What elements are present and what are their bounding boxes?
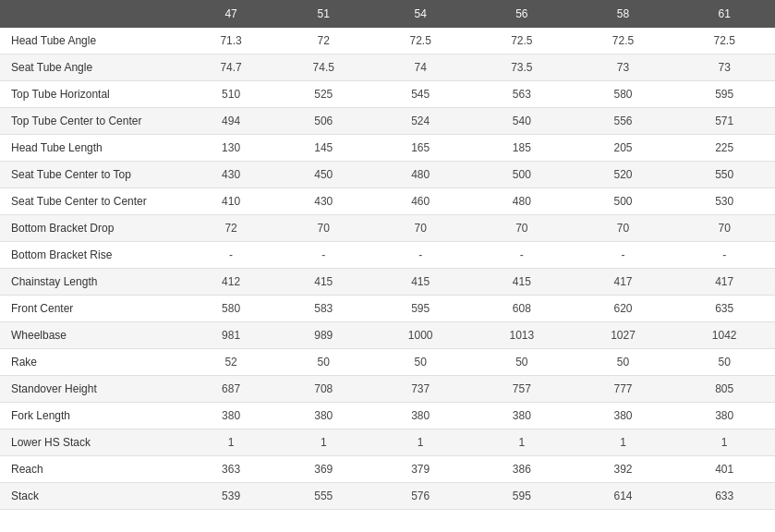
row-cell: 415: [277, 269, 369, 296]
row-cell: 363: [185, 456, 277, 483]
row-cell: 205: [573, 135, 674, 162]
row-cell: 530: [673, 188, 775, 215]
row-label: Bottom Bracket Drop: [0, 215, 185, 242]
row-cell: 386: [471, 456, 573, 483]
row-cell: 595: [369, 296, 471, 322]
row-cell: 225: [673, 135, 775, 162]
row-cell: 1: [277, 429, 369, 456]
row-cell: 130: [185, 135, 277, 162]
row-cell: 50: [673, 349, 775, 376]
table-row: Bottom Bracket Rise------: [0, 242, 775, 269]
row-cell: 72.5: [673, 28, 775, 54]
row-cell: 72: [277, 28, 369, 54]
row-label: Chainstay Length: [0, 269, 185, 296]
row-cell: 165: [369, 135, 471, 162]
row-cell: 50: [471, 349, 573, 376]
row-cell: 380: [573, 403, 674, 429]
row-cell: 380: [673, 403, 775, 429]
table-row: Top Tube Center to Center494506524540556…: [0, 108, 775, 135]
row-cell: 1: [369, 429, 471, 456]
row-cell: 73: [673, 54, 775, 81]
row-cell: 1: [673, 429, 775, 456]
table-row: Wheelbase9819891000101310271042: [0, 322, 775, 349]
row-cell: 737: [369, 376, 471, 403]
row-label: Stack: [0, 483, 185, 510]
row-cell: 71.3: [185, 28, 277, 54]
row-cell: 401: [673, 456, 775, 483]
row-cell: 563: [471, 81, 573, 108]
row-cell: 540: [471, 108, 573, 135]
table-row: Rake525050505050: [0, 349, 775, 376]
row-cell: 430: [185, 162, 277, 188]
row-cell: -: [369, 242, 471, 269]
row-cell: 72.5: [471, 28, 573, 54]
row-cell: 74.5: [277, 54, 369, 81]
header-col-58: 58: [573, 0, 674, 28]
row-cell: 52: [185, 349, 277, 376]
row-cell: 500: [573, 188, 674, 215]
row-cell: -: [673, 242, 775, 269]
row-cell: 757: [471, 376, 573, 403]
row-label: Seat Tube Angle: [0, 54, 185, 81]
row-cell: 555: [277, 483, 369, 510]
row-cell: 1042: [673, 322, 775, 349]
row-cell: 70: [277, 215, 369, 242]
row-cell: 1: [185, 429, 277, 456]
row-label: Reach: [0, 456, 185, 483]
row-cell: 380: [471, 403, 573, 429]
table-row: Reach363369379386392401: [0, 456, 775, 483]
row-cell: 70: [673, 215, 775, 242]
row-cell: 380: [369, 403, 471, 429]
row-cell: 550: [673, 162, 775, 188]
row-label: Head Tube Length: [0, 135, 185, 162]
row-cell: 1: [573, 429, 674, 456]
row-cell: -: [185, 242, 277, 269]
row-cell: 576: [369, 483, 471, 510]
row-cell: 480: [471, 188, 573, 215]
row-cell: 580: [573, 81, 674, 108]
row-cell: 415: [369, 269, 471, 296]
row-cell: 805: [673, 376, 775, 403]
row-cell: 608: [471, 296, 573, 322]
row-cell: 417: [573, 269, 674, 296]
row-label: Standover Height: [0, 376, 185, 403]
header-col-47: 47: [185, 0, 277, 28]
row-cell: 595: [471, 483, 573, 510]
row-cell: 1000: [369, 322, 471, 349]
row-cell: 430: [277, 188, 369, 215]
table-row: Head Tube Angle71.37272.572.572.572.5: [0, 28, 775, 54]
table-row: Seat Tube Angle74.774.57473.57373: [0, 54, 775, 81]
row-label: Top Tube Horizontal: [0, 81, 185, 108]
row-cell: 185: [471, 135, 573, 162]
row-cell: 450: [277, 162, 369, 188]
table-row: Seat Tube Center to Center41043046048050…: [0, 188, 775, 215]
table-row: Lower HS Stack111111: [0, 429, 775, 456]
row-label: Front Center: [0, 296, 185, 322]
row-cell: 415: [471, 269, 573, 296]
table-header-row: 47 51 54 56 58 61: [0, 0, 775, 28]
row-cell: 73.5: [471, 54, 573, 81]
row-label: Bottom Bracket Rise: [0, 242, 185, 269]
row-cell: 1: [471, 429, 573, 456]
row-cell: 583: [277, 296, 369, 322]
row-cell: 72.5: [369, 28, 471, 54]
geometry-table-container: 47 51 54 56 58 61 Head Tube Angle71.3727…: [0, 0, 775, 510]
row-label: Fork Length: [0, 403, 185, 429]
row-cell: 412: [185, 269, 277, 296]
row-cell: 380: [277, 403, 369, 429]
table-row: Fork Length380380380380380380: [0, 403, 775, 429]
row-cell: 545: [369, 81, 471, 108]
row-cell: 571: [673, 108, 775, 135]
row-cell: 72: [185, 215, 277, 242]
row-cell: 50: [573, 349, 674, 376]
row-label: Wheelbase: [0, 322, 185, 349]
row-cell: -: [573, 242, 674, 269]
table-body: Head Tube Angle71.37272.572.572.572.5Sea…: [0, 28, 775, 510]
row-cell: 369: [277, 456, 369, 483]
row-cell: 633: [673, 483, 775, 510]
row-cell: 494: [185, 108, 277, 135]
row-cell: 480: [369, 162, 471, 188]
row-cell: 392: [573, 456, 674, 483]
header-col-61: 61: [673, 0, 775, 28]
row-cell: 989: [277, 322, 369, 349]
